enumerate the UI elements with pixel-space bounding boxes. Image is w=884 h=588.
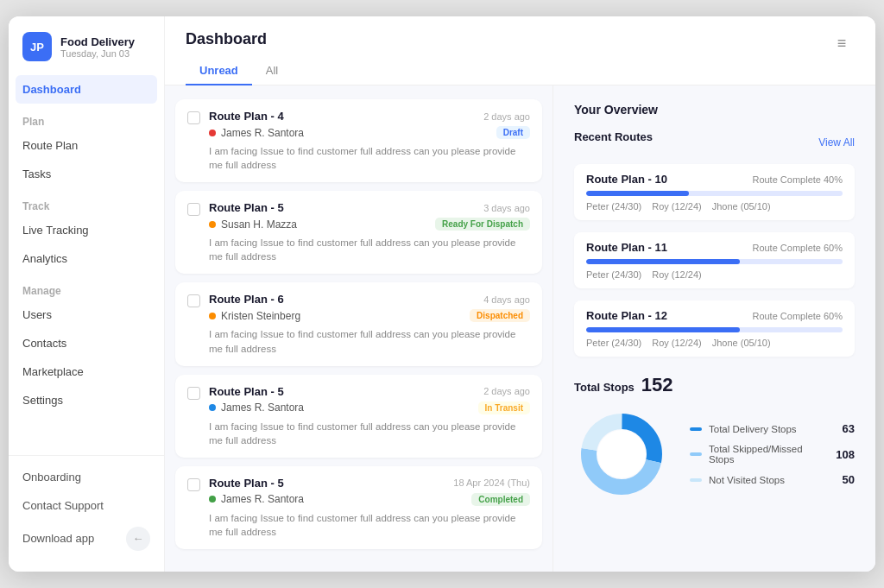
progress-bar-fill	[586, 327, 740, 332]
card-person: James R. Santora	[221, 401, 304, 414]
tab-unread[interactable]: Unread	[186, 57, 252, 85]
card-top: Route Plan - 4 2 days ago	[209, 110, 530, 123]
card-message: I am facing Issue to find customer full …	[209, 236, 530, 263]
message-card[interactable]: Route Plan - 5 18 Apr 2024 (Thu) James R…	[175, 466, 542, 549]
status-dot	[209, 313, 216, 319]
message-checkbox[interactable]	[187, 294, 200, 307]
sidebar-item-users[interactable]: Users	[9, 300, 164, 329]
donut-svg	[574, 407, 669, 502]
total-stops-section: Total Stops 152	[574, 374, 855, 502]
route-status: Route Complete 60%	[752, 311, 843, 321]
checkbox-area	[187, 293, 200, 355]
message-card[interactable]: Route Plan - 4 2 days ago James R. Santo…	[175, 99, 542, 182]
filter-button[interactable]: ≡	[829, 31, 855, 57]
sidebar-item-analytics[interactable]: Analytics	[9, 244, 164, 273]
card-message: I am facing Issue to find customer full …	[209, 327, 530, 355]
card-sub: James R. Santora Completed	[209, 493, 530, 506]
content-area: Route Plan - 4 2 days ago James R. Santo…	[165, 85, 875, 572]
route-card-top: Route Plan - 10 Route Complete 40%	[586, 173, 843, 186]
top-bar: Dashboard ≡ Unread All	[165, 16, 875, 85]
route-person: Jhone (05/10)	[712, 201, 771, 212]
routes-list: Route Plan - 10 Route Complete 40% Peter…	[574, 164, 855, 357]
progress-bar-fill	[586, 191, 689, 196]
message-checkbox[interactable]	[187, 387, 200, 400]
company-name: Food Delivery	[60, 35, 135, 48]
card-message: I am facing Issue to find customer full …	[209, 511, 530, 539]
sidebar-item-download-app[interactable]: Download app	[9, 524, 108, 553]
legend-value: 63	[830, 422, 855, 435]
sidebar-section-track: Track	[9, 188, 164, 216]
card-sub: Kristen Steinberg Dispatched	[209, 309, 530, 322]
message-card[interactable]: Route Plan - 6 4 days ago Kristen Steinb…	[175, 282, 542, 365]
route-person: Roy (12/24)	[652, 201, 701, 212]
status-dot	[209, 221, 216, 228]
card-message: I am facing Issue to find customer full …	[209, 144, 530, 172]
message-card[interactable]: Route Plan - 5 3 days ago Susan H. Mazza…	[175, 191, 542, 274]
legend-item: Not Visited Stops 50	[690, 473, 855, 486]
progress-bar	[586, 259, 843, 264]
sidebar-item-contacts[interactable]: Contacts	[9, 329, 164, 357]
status-dot	[209, 130, 216, 136]
card-content: Route Plan - 5 18 Apr 2024 (Thu) James R…	[209, 477, 530, 539]
status-dot	[209, 404, 216, 411]
overview-panel: Your Overview Recent Routes View All Rou…	[553, 85, 875, 572]
route-persons: Peter (24/30)Roy (12/24)Jhone (05/10)	[586, 338, 843, 348]
route-person: Roy (12/24)	[652, 269, 701, 280]
legend-dot	[690, 478, 702, 482]
card-sub: James R. Santora In Transit	[209, 401, 530, 414]
sidebar-section-manage: Manage	[9, 273, 164, 300]
sidebar-item-tasks[interactable]: Tasks	[9, 160, 164, 188]
checkbox-area	[187, 385, 200, 447]
checkbox-area	[187, 110, 200, 172]
page-title: Dashboard	[186, 30, 267, 48]
card-top: Route Plan - 5 3 days ago	[209, 201, 530, 214]
card-title: Route Plan - 4	[209, 110, 284, 123]
legend-value: 50	[830, 473, 855, 486]
card-time: 3 days ago	[483, 203, 530, 213]
card-sub: James R. Santora Draft	[209, 126, 530, 139]
message-checkbox[interactable]	[187, 111, 200, 124]
card-sub: Susan H. Mazza Ready For Dispatch	[209, 218, 530, 231]
legend-value: 108	[830, 448, 855, 461]
company-info: Food Delivery Tuesday, Jun 03	[60, 35, 135, 59]
collapse-button[interactable]: ←	[126, 527, 150, 551]
tab-all[interactable]: All	[252, 57, 292, 85]
messages-panel: Route Plan - 4 2 days ago James R. Santo…	[165, 85, 553, 572]
route-status: Route Complete 40%	[752, 174, 843, 185]
message-checkbox[interactable]	[187, 478, 200, 491]
sidebar-item-settings[interactable]: Settings	[9, 386, 164, 414]
card-message: I am facing Issue to find customer full …	[209, 420, 530, 447]
sidebar-item-live-tracking[interactable]: Live Tracking	[9, 216, 164, 244]
card-content: Route Plan - 5 2 days ago James R. Santo…	[209, 385, 530, 447]
status-badge: Completed	[471, 493, 530, 506]
card-title: Route Plan - 5	[209, 201, 284, 214]
route-card[interactable]: Route Plan - 10 Route Complete 40% Peter…	[574, 164, 855, 220]
sidebar-item-dashboard[interactable]: Dashboard	[16, 75, 157, 104]
route-name: Route Plan - 12	[586, 309, 667, 322]
sidebar-nav: Dashboard Plan Route Plan Tasks Track Li…	[9, 75, 164, 448]
route-person: Peter (24/30)	[586, 269, 641, 280]
route-card[interactable]: Route Plan - 12 Route Complete 60% Peter…	[574, 300, 855, 357]
sidebar-item-marketplace[interactable]: Marketplace	[9, 357, 164, 386]
progress-bar	[586, 327, 843, 332]
card-title: Route Plan - 5	[209, 477, 284, 490]
card-time: 18 Apr 2024 (Thu)	[453, 477, 530, 488]
route-person: Roy (12/24)	[652, 338, 701, 348]
sidebar-item-onboarding[interactable]: Onboarding	[9, 463, 164, 491]
route-person: Peter (24/30)	[586, 338, 641, 348]
message-card[interactable]: Route Plan - 5 2 days ago James R. Santo…	[175, 375, 542, 458]
route-name: Route Plan - 10	[586, 173, 667, 186]
legend-item: Total Skipped/Missed Stops 108	[690, 444, 855, 465]
status-dot	[209, 496, 216, 503]
route-card[interactable]: Route Plan - 11 Route Complete 60% Peter…	[574, 232, 855, 288]
route-card-top: Route Plan - 11 Route Complete 60%	[586, 241, 843, 254]
sidebar-item-route-plan[interactable]: Route Plan	[9, 131, 164, 160]
route-card-top: Route Plan - 12 Route Complete 60%	[586, 309, 843, 322]
card-person: James R. Santora	[221, 127, 304, 139]
sidebar-item-contact-support[interactable]: Contact Support	[9, 491, 164, 520]
tabs: Unread All	[186, 57, 855, 85]
card-person: Susan H. Mazza	[221, 218, 297, 231]
view-all-button[interactable]: View All	[818, 136, 855, 149]
message-checkbox[interactable]	[187, 203, 200, 216]
card-time: 4 days ago	[483, 294, 530, 305]
